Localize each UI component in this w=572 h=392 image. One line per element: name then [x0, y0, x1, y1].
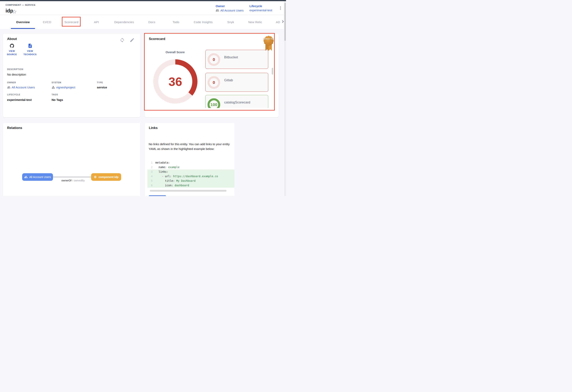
people-icon	[7, 86, 11, 89]
tab-api[interactable]: API	[94, 20, 99, 24]
owner-field-label: OWNER	[7, 81, 16, 84]
tab-overview[interactable]: Overview	[16, 20, 30, 24]
score-item-catalogscorecard[interactable]: 100catalogScorecard	[205, 95, 268, 108]
scorecard-list: 0Bitbucket0Gitlab100catalogScorecard	[205, 49, 269, 108]
favorite-star-icon[interactable]	[12, 9, 17, 14]
relation-edge	[53, 177, 91, 177]
people-icon	[24, 175, 28, 179]
system-field-value: vigneshproject	[56, 86, 75, 89]
tab-bar: OverviewCI/CDScorecardAPIDependenciesDoc…	[0, 15, 286, 29]
score-item-gitlab[interactable]: 0Gitlab	[205, 73, 268, 92]
page-scrollbar-thumb[interactable]	[285, 3, 286, 41]
overall-score-label: Overall Score	[159, 50, 191, 54]
owner-link[interactable]: All Account Users	[216, 9, 244, 12]
code-line-6: 6 icon: dashboard	[147, 183, 234, 188]
code-line-3: 3 links:	[147, 169, 234, 174]
tab-todo[interactable]: Todo	[173, 20, 179, 24]
description-value: No description	[7, 73, 26, 76]
edge-separator: /	[72, 179, 74, 182]
type-field-label: TYPE	[97, 81, 103, 84]
refresh-icon[interactable]	[120, 38, 125, 43]
links-title: Links	[149, 126, 158, 130]
tab-snyk[interactable]: Snyk	[227, 20, 234, 24]
tab-scorecard[interactable]: Scorecard	[64, 20, 78, 24]
owner-label: Owner	[216, 4, 225, 8]
scorecard-card: Scorecard Bronze Tier	[145, 34, 279, 117]
edge-forward-label: ownerOf	[62, 179, 72, 182]
github-icon	[10, 43, 15, 48]
bronze-tier-badge: Bronze Tier	[263, 35, 274, 53]
view-source-label: VIEW SOURCE	[3, 49, 20, 56]
system-icon	[52, 86, 55, 89]
tab-dependencies[interactable]: Dependencies	[114, 20, 134, 24]
relations-card: Relations All Account Users component:id…	[3, 123, 140, 196]
score-ring: 100	[207, 98, 220, 108]
relation-node-owner[interactable]: All Account Users	[22, 173, 53, 181]
tab-new-relic[interactable]: New Relic	[248, 20, 262, 24]
relations-title: Relations	[7, 126, 22, 130]
description-label: DESCRIPTION	[7, 68, 23, 70]
code-line-1: 1metadata:	[147, 160, 234, 165]
links-action-button-partial[interactable]	[149, 196, 166, 196]
people-icon	[216, 9, 219, 12]
scorecard-title: Scorecard	[149, 37, 165, 41]
techdocs-icon	[28, 43, 33, 48]
tab-ad[interactable]: AD	[276, 20, 280, 24]
code-line-5: 5 title: My Dashboard	[147, 179, 234, 183]
view-source-link[interactable]: VIEW SOURCE	[3, 43, 20, 56]
edit-icon[interactable]	[130, 38, 135, 43]
about-title: About	[7, 37, 17, 41]
chip-icon	[94, 175, 97, 179]
tags-field-value: No Tags	[52, 98, 63, 101]
code-horizontal-scrollbar[interactable]	[150, 190, 226, 192]
relation-edge-label: ownerOf / ownedBy	[50, 179, 96, 182]
entity-page: COMPONENT — SERVICE idp Owner All Accoun…	[0, 0, 286, 196]
active-tab-indicator	[11, 28, 35, 29]
score-item-name: Bitbucket	[224, 55, 238, 59]
system-field-label: SYSTEM	[52, 81, 61, 84]
lifecycle-field-value: experimental-test	[7, 98, 32, 101]
tab-docs[interactable]: Docs	[148, 20, 155, 24]
entity-header: COMPONENT — SERVICE idp Owner All Accoun…	[0, 1, 286, 15]
breadcrumb: COMPONENT — SERVICE	[5, 4, 36, 6]
owner-field-link[interactable]: All Account Users	[7, 86, 35, 89]
owner-value: All Account Users	[220, 9, 244, 12]
relation-node-owner-label: All Account Users	[29, 175, 51, 179]
code-line-4: 4 - url: https://dashboard.example.co	[147, 174, 234, 179]
code-line-2: 2 name: example	[147, 165, 234, 169]
links-card: Links No links defined for this entity. …	[145, 123, 235, 196]
links-empty-text: No links defined for this entity. You ca…	[149, 142, 232, 151]
tab-code-insights[interactable]: Code Insights	[194, 20, 213, 24]
overall-score-value: 36	[153, 59, 197, 104]
lifecycle-field-label: LIFECYCLE	[7, 93, 20, 96]
score-item-bitbucket[interactable]: 0Bitbucket	[205, 50, 268, 69]
more-options-icon[interactable]	[278, 5, 283, 11]
view-techdocs-link[interactable]: VIEW TECHDOCS	[22, 43, 38, 56]
bronze-tier-label: Bronze Tier	[263, 38, 274, 40]
tab-ci-cd[interactable]: CI/CD	[43, 20, 51, 24]
lifecycle-value: experimental-test	[249, 9, 272, 12]
score-item-name: Gitlab	[224, 78, 233, 82]
about-card: About VIEW SOURCE VIEW TECHDOCS DESCRIPT…	[3, 34, 140, 117]
yaml-code-block: 1metadata:2 name: example3 links:4 - url…	[147, 160, 234, 188]
edge-backward-label: ownedBy	[74, 179, 85, 182]
tags-field-label: TAGS	[52, 93, 58, 96]
lifecycle-label: Lifecycle	[249, 4, 262, 8]
view-techdocs-label: VIEW TECHDOCS	[22, 49, 38, 56]
system-field-link[interactable]: vigneshproject	[52, 86, 75, 89]
score-ring: 0	[207, 76, 220, 89]
owner-field-value: All Account Users	[12, 86, 35, 89]
type-field-value: service	[97, 86, 107, 89]
score-ring: 0	[207, 53, 220, 66]
scorecard-list-scrollbar[interactable]	[272, 68, 273, 75]
score-item-name: catalogScorecard	[224, 100, 250, 104]
relation-node-component-label: component:idp	[98, 175, 118, 179]
